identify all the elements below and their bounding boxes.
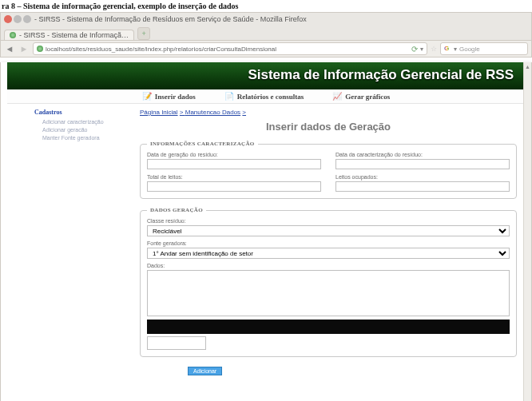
legend-info: INFORMAÇÕES CARACTERIZAÇÃO [147, 141, 258, 147]
figure-caption: ra 8 – Sistema de informação gerencial, … [0, 0, 532, 12]
bookmark-icon[interactable]: ☆ [431, 45, 437, 53]
reload-icon[interactable]: ⟳ [411, 45, 418, 54]
submit-button[interactable]: Adicionar [188, 367, 222, 375]
globe-icon [37, 46, 43, 52]
breadcrumb-manutencao[interactable]: Manutencao Dados [185, 109, 240, 116]
main-menu: 📝 Inserir dados 📄 Relatórios e consultas… [7, 89, 525, 104]
dropdown-icon[interactable]: ▾ [420, 46, 423, 53]
document-icon: 📄 [224, 92, 234, 101]
black-bar [147, 320, 510, 334]
close-icon[interactable] [4, 15, 12, 23]
input-total-leitos[interactable] [147, 181, 321, 192]
tab-active[interactable]: - SIRSS - Sistema de Informaçã… [4, 30, 134, 40]
main-content: Página Inicial > Manutencao Dados > Inse… [140, 109, 517, 375]
viewport: ▲ ▼ Sistema de Informação Gerencial de R… [0, 62, 532, 401]
tab-label: - SIRSS - Sistema de Informaçã… [19, 31, 129, 39]
menu-label: Gerar gráficos [345, 93, 390, 101]
menu-label: Relatórios e consultas [237, 93, 304, 101]
label-leitos-ocup: Leitos ocupados: [335, 174, 510, 180]
input-data-caract[interactable] [335, 159, 510, 169]
globe-icon [10, 32, 16, 38]
search-box[interactable]: ▾ Google [440, 42, 528, 55]
breadcrumb-sep: > [242, 109, 246, 116]
menu-relatorios[interactable]: 📄 Relatórios e consultas [224, 92, 304, 101]
input-leitos-ocup[interactable] [335, 181, 510, 192]
sidebar-link-caracterizacao[interactable]: Adicionar caracterização [42, 119, 130, 125]
toolbar: ◄ ► localhost/sites/residuos_saude/site/… [0, 40, 532, 58]
edit-icon: 📝 [142, 92, 152, 101]
breadcrumb-sep: > [180, 109, 185, 116]
sidebar-link-fonte[interactable]: Manter Fonte geradora [42, 135, 130, 141]
sidebar-title: Cadastros [34, 109, 130, 116]
label-classe: Classe resíduo: [147, 218, 510, 224]
menu-graficos[interactable]: 📈 Gerar gráficos [332, 92, 390, 101]
page-title: Inserir dados de Geração [140, 121, 517, 133]
menu-label: Inserir dados [155, 93, 196, 101]
tab-strip: - SIRSS - Sistema de Informaçã… + [0, 26, 532, 40]
label-total-leitos: Total de leitos: [147, 174, 321, 180]
dropdown-icon[interactable]: ▾ [454, 46, 457, 53]
new-tab-button[interactable]: + [137, 27, 150, 40]
legend-dados: DADOS GERAÇÃO [147, 207, 206, 213]
app-title: Sistema de Informação Gerencial de RSS [248, 67, 514, 82]
maximize-icon[interactable] [23, 15, 31, 23]
select-classe[interactable]: Reciclável [147, 225, 510, 236]
scrollbar-vertical[interactable]: ▲ ▼ [523, 62, 531, 401]
search-placeholder: Google [459, 46, 480, 53]
scroll-up-icon[interactable]: ▲ [525, 64, 530, 69]
window-title: - SIRSS - Sistema de Informação de Resíd… [34, 15, 307, 23]
chart-icon: 📈 [332, 92, 342, 101]
sidebar-link-geracao[interactable]: Adicionar geracão [42, 127, 130, 133]
sidebar: Cadastros Adicionar caracterização Adici… [34, 109, 130, 375]
back-button[interactable]: ◄ [4, 43, 15, 54]
app-header: Sistema de Informação Gerencial de RSS [7, 62, 525, 89]
breadcrumb: Página Inicial > Manutencao Dados > [140, 109, 517, 116]
google-icon [444, 46, 451, 53]
input-extra[interactable] [147, 336, 206, 350]
label-dados: Dados: [147, 263, 510, 268]
forward-button[interactable]: ► [18, 43, 30, 54]
select-fonte[interactable]: 1° Andar sem identificação de setor [147, 248, 510, 259]
fieldset-dados: DADOS GERAÇÃO Classe resíduo: Reciclável… [140, 207, 517, 357]
minimize-icon[interactable] [14, 15, 22, 23]
textarea-dados[interactable] [147, 270, 510, 316]
fieldset-info: INFORMAÇÕES CARACTERIZAÇÃO Data de geraç… [140, 141, 517, 199]
breadcrumb-home[interactable]: Página Inicial [140, 109, 178, 116]
label-fonte: Fonte geradora: [147, 240, 510, 246]
label-data-caract: Data da caracterização do resíduo: [335, 152, 510, 157]
menu-inserir-dados[interactable]: 📝 Inserir dados [142, 92, 196, 101]
window-titlebar: - SIRSS - Sistema de Informação de Resíd… [0, 12, 532, 26]
url-bar[interactable]: localhost/sites/residuos_saude/site/inde… [33, 42, 427, 55]
input-data-geracao[interactable] [147, 159, 321, 169]
url-text: localhost/sites/residuos_saude/site/inde… [46, 46, 409, 53]
label-data-geracao: Data de geração do resíduo: [147, 152, 321, 157]
